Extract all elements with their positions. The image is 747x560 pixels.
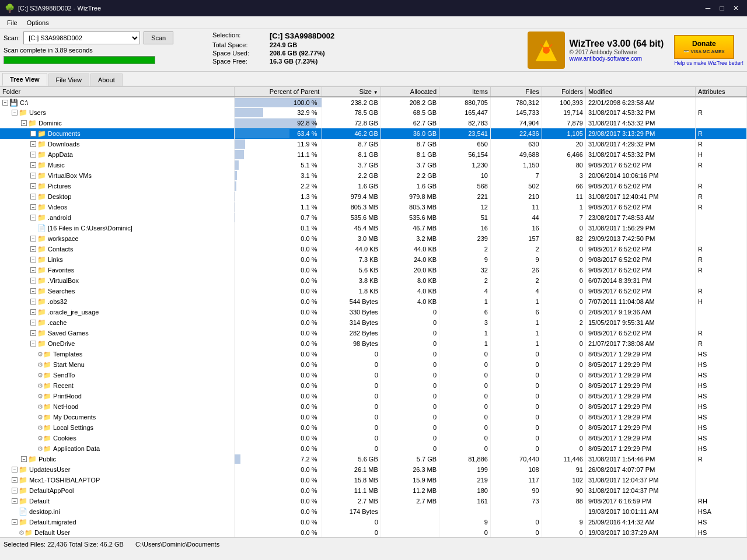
tab-about[interactable]: About xyxy=(90,74,123,86)
expand-button[interactable]: − xyxy=(12,467,18,473)
expand-button[interactable]: − xyxy=(21,456,27,462)
expand-button[interactable]: − xyxy=(2,100,8,106)
maximize-button[interactable]: □ xyxy=(715,3,728,13)
table-row[interactable]: 📄desktop.ini0.0 %174 Bytes19/03/2017 10:… xyxy=(0,506,747,517)
table-row[interactable]: ⚙📁PrintHood0.0 %000008/05/2017 1:29:29 P… xyxy=(0,391,747,401)
table-row[interactable]: −💾C:\100.0 %238.2 GB208.2 GB880,705780,3… xyxy=(0,97,747,107)
expand-button[interactable]: − xyxy=(30,267,36,273)
table-row[interactable]: −📁Pictures2.2 %1.6 GB1.6 GB568502669/08/… xyxy=(0,181,747,191)
expand-button[interactable]: − xyxy=(12,110,18,116)
table-row[interactable]: ⚙📁NetHood0.0 %000008/05/2017 1:29:29 PMH… xyxy=(0,401,747,412)
minimize-button[interactable]: ─ xyxy=(701,3,714,13)
table-row[interactable]: 📄[16 Files in C:\Users\Dominic]0.1 %45.4… xyxy=(0,223,747,233)
folder-icon: 📁 xyxy=(37,318,46,327)
table-row[interactable]: ⚙📁Local Settings0.0 %000008/05/2017 1:29… xyxy=(0,422,747,433)
table-row[interactable]: ⚙📁SendTo0.0 %000008/05/2017 1:29:29 PMHS xyxy=(0,370,747,380)
col-header-items[interactable]: Items xyxy=(439,87,491,97)
table-row[interactable]: ⚙📁Cookies0.0 %000008/05/2017 1:29:29 PMH… xyxy=(0,433,747,443)
expand-button[interactable]: − xyxy=(30,152,36,158)
expand-button[interactable]: − xyxy=(30,246,36,252)
table-row[interactable]: −📁Downloads11.9 %8.7 GB8.7 GB6506302031/… xyxy=(0,139,747,149)
table-row[interactable]: ⚙📁Default User0.0 %000019/03/2017 10:37:… xyxy=(0,527,747,537)
table-header-row: Folder Percent of Parent Size ▼ Allocate… xyxy=(0,87,747,97)
expand-button[interactable]: − xyxy=(12,477,18,483)
expand-button[interactable]: − xyxy=(30,330,36,336)
table-row[interactable]: −📁Dominic92.8 %72.8 GB62.7 GB82,78374,90… xyxy=(0,118,747,128)
table-row[interactable]: −📁Searches0.0 %1.8 KB4.0 KB4409/08/2017 … xyxy=(0,286,747,296)
folders-cell: 0 xyxy=(542,338,585,349)
table-row[interactable]: −📁.oracle_jre_usage0.0 %330 Bytes06602/0… xyxy=(0,307,747,317)
expand-button[interactable]: − xyxy=(12,488,18,494)
expand-button[interactable]: − xyxy=(21,120,27,126)
expand-button[interactable]: − xyxy=(30,257,36,262)
table-row[interactable]: −📁Desktop1.3 %979.4 MB979.8 MB2212101131… xyxy=(0,191,747,202)
table-row[interactable]: ⚙📁Start Menu0.0 %000008/05/2017 1:29:29 … xyxy=(0,359,747,370)
table-row[interactable]: −📁workspace0.0 %3.0 MB3.2 MB2391578229/0… xyxy=(0,233,747,244)
col-header-modified[interactable]: Modified xyxy=(585,87,695,97)
expand-button[interactable]: − xyxy=(30,278,36,284)
expand-button[interactable]: − xyxy=(30,131,36,136)
table-row[interactable]: −📁Public7.2 %5.6 GB5.7 GB81,88670,44011,… xyxy=(0,454,747,464)
expand-button[interactable]: − xyxy=(30,215,36,220)
table-row[interactable]: −📁UpdateusUser0.0 %26.1 MB26.3 MB1991089… xyxy=(0,464,747,475)
table-row[interactable]: −📁.cache0.0 %314 Bytes031215/05/2017 9:5… xyxy=(0,317,747,328)
col-header-files[interactable]: Files xyxy=(490,87,542,97)
table-row[interactable]: −📁.VirtualBox0.0 %3.8 KB8.0 KB2206/07/20… xyxy=(0,275,747,286)
col-header-folder[interactable]: Folder xyxy=(0,87,234,97)
table-row[interactable]: −📁Default0.0 %2.7 MB2.7 MB16173889/08/20… xyxy=(0,496,747,506)
expand-button[interactable]: − xyxy=(30,320,36,326)
table-row[interactable]: −📁Music5.1 %3.7 GB3.7 GB1,2301,150809/08… xyxy=(0,160,747,170)
table-row[interactable]: −📁Users32.9 %78.5 GB68.5 GB165,447145,73… xyxy=(0,107,747,118)
table-row[interactable]: −📁Links0.0 %7.3 KB24.0 KB9909/08/2017 6:… xyxy=(0,254,747,265)
table-row[interactable]: −📁Contacts0.0 %44.0 KB44.0 KB2209/08/201… xyxy=(0,244,747,254)
table-row[interactable]: −📁OneDrive0.0 %98 Bytes011021/07/2017 7:… xyxy=(0,338,747,349)
table-row[interactable]: ⚙📁Application Data0.0 %000008/05/2017 1:… xyxy=(0,443,747,454)
expand-button[interactable]: − xyxy=(30,341,36,346)
tab-file-view[interactable]: File View xyxy=(48,74,89,86)
table-row[interactable]: −📁Documents63.4 %46.2 GB36.0 GB23,54122,… xyxy=(0,128,747,139)
col-header-folders[interactable]: Folders xyxy=(542,87,585,97)
expand-button[interactable]: − xyxy=(30,183,36,189)
expand-button[interactable]: − xyxy=(30,173,36,178)
scan-button[interactable]: Scan xyxy=(144,32,173,44)
table-row[interactable]: −📁Default.migrated0.0 %090925/09/2016 4:… xyxy=(0,517,747,527)
table-row[interactable]: ⚙📁Recent0.0 %000008/05/2017 1:29:29 PMHS xyxy=(0,380,747,391)
menu-options[interactable]: Options xyxy=(22,18,54,27)
expand-button[interactable]: − xyxy=(30,288,36,294)
table-row[interactable]: ⚙📁My Documents0.0 %000008/05/2017 1:29:2… xyxy=(0,412,747,422)
expand-button[interactable]: − xyxy=(30,204,36,210)
expand-button[interactable]: − xyxy=(30,299,36,304)
expand-button[interactable]: − xyxy=(30,194,36,200)
drive-select[interactable]: [C:] S3A9988D002 xyxy=(23,32,140,44)
expand-button[interactable]: − xyxy=(30,141,36,147)
tree-table[interactable]: Folder Percent of Parent Size ▼ Allocate… xyxy=(0,87,747,537)
folders-cell: 0 xyxy=(542,380,585,391)
col-header-attributes[interactable]: Attributes xyxy=(696,87,747,97)
col-header-size[interactable]: Size ▼ xyxy=(322,87,381,97)
table-row[interactable]: −📁Saved Games0.0 %282 Bytes01109/08/2017… xyxy=(0,328,747,338)
table-row[interactable]: −📁DefaultAppPool0.0 %11.1 MB11.2 MB18090… xyxy=(0,485,747,496)
table-row[interactable]: ⚙📁Templates0.0 %000008/05/2017 1:29:29 P… xyxy=(0,349,747,359)
expand-button[interactable]: − xyxy=(12,519,18,525)
percent-text: 0.0 % xyxy=(237,445,320,452)
close-button[interactable]: ✕ xyxy=(729,3,742,13)
col-header-percent[interactable]: Percent of Parent xyxy=(234,87,322,97)
percent-text: 11.1 % xyxy=(237,151,320,158)
files-cell: 0 xyxy=(490,401,542,412)
table-row[interactable]: −📁.android0.7 %535.6 MB535.6 MB5144723/0… xyxy=(0,212,747,223)
allocated-cell: 979.8 MB xyxy=(381,191,439,202)
tab-tree-view[interactable]: Tree View xyxy=(2,73,47,86)
expand-button[interactable]: − xyxy=(30,309,36,315)
menu-file[interactable]: File xyxy=(2,18,22,27)
table-row[interactable]: −📁AppData11.1 %8.1 GB8.1 GB56,15449,6886… xyxy=(0,149,747,160)
table-row[interactable]: −📁.obs320.0 %544 Bytes4.0 KB1107/07/2011… xyxy=(0,296,747,307)
expand-button[interactable]: − xyxy=(30,162,36,168)
table-row[interactable]: −📁Favorites0.0 %5.6 KB20.0 KB322669/08/2… xyxy=(0,265,747,275)
col-header-allocated[interactable]: Allocated xyxy=(381,87,439,97)
table-row[interactable]: −📁Mcx1-TOSHIBALAPTOP0.0 %15.8 MB15.9 MB2… xyxy=(0,475,747,485)
expand-button[interactable]: − xyxy=(30,236,36,242)
donate-button[interactable]: Donate 💳 VISA MC AMEX xyxy=(674,35,734,59)
table-row[interactable]: −📁Videos1.1 %805.3 MB805.3 MB121119/08/2… xyxy=(0,202,747,212)
table-row[interactable]: −📁VirtualBox VMs3.1 %2.2 GB2.2 GB107320/… xyxy=(0,170,747,181)
expand-button[interactable]: − xyxy=(12,498,18,504)
